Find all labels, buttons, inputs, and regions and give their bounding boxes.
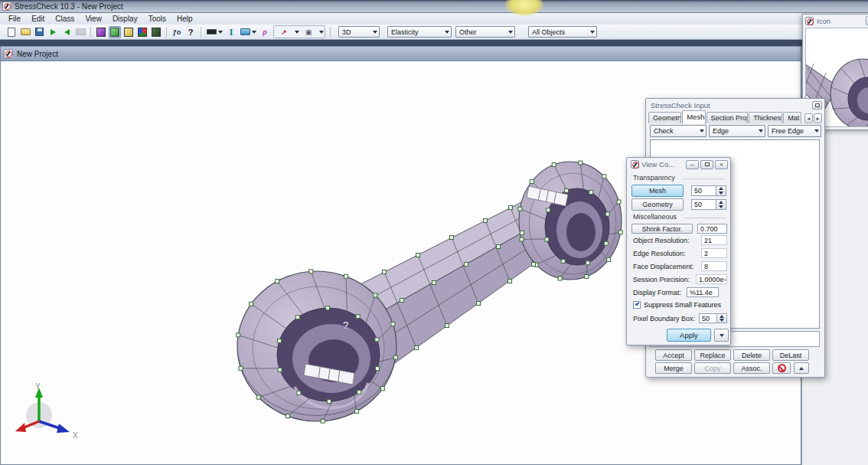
geometry-transparency-button[interactable]: Geometry xyxy=(631,198,684,211)
save-icon[interactable] xyxy=(33,26,45,38)
app-window: StressCheck 10.3 - New Project File Edit… xyxy=(0,0,868,465)
color-swatch-icon[interactable] xyxy=(205,26,224,38)
layers-folder-icon[interactable] xyxy=(239,26,257,38)
chevron-down-icon xyxy=(445,31,449,34)
pixel-boundary-spinner[interactable] xyxy=(717,313,727,323)
collapse-button[interactable] xyxy=(794,362,809,374)
geometry-transparency-field[interactable] xyxy=(691,199,716,210)
dimension-select[interactable]: 3D xyxy=(338,26,380,38)
chevron-down-icon xyxy=(700,129,704,133)
dropdown-arrow-icon[interactable] xyxy=(319,31,324,34)
face-displacement-field[interactable] xyxy=(701,261,727,271)
main-titlebar[interactable]: StressCheck 10.3 - New Project xyxy=(0,0,868,13)
restore-icon[interactable] xyxy=(700,160,713,169)
apply-options-button[interactable] xyxy=(714,329,729,342)
replace-button[interactable]: Replace xyxy=(694,349,731,361)
session-precision-field[interactable] xyxy=(696,274,727,284)
export-icon[interactable] xyxy=(60,26,73,38)
formula-book-icon[interactable]: ƒο xyxy=(171,26,183,38)
tab-section-prop[interactable]: Section Prop. xyxy=(706,112,749,123)
menu-item-help[interactable]: Help xyxy=(171,14,198,24)
tab-mesh[interactable]: Mesh xyxy=(682,110,705,124)
view-dialog-titlebar[interactable]: View Co... – × xyxy=(627,158,730,170)
analysis-type-select[interactable]: Elasticity xyxy=(387,26,452,38)
chevron-down-icon xyxy=(373,31,377,34)
shrink-factor-field[interactable] xyxy=(697,224,727,234)
tab-material[interactable]: Mat xyxy=(783,112,801,123)
edge-resolution-label: Edge Resolution: xyxy=(633,250,686,257)
import-icon[interactable] xyxy=(47,26,59,38)
menu-item-class[interactable]: Class xyxy=(50,14,80,24)
apply-button[interactable]: Apply xyxy=(667,329,711,342)
close-icon[interactable]: × xyxy=(715,160,728,169)
results-pie-icon[interactable] xyxy=(136,26,148,38)
menu-item-display[interactable]: Display xyxy=(107,14,143,24)
toolbar-separator xyxy=(330,27,331,38)
project-window-titlebar[interactable]: New Project xyxy=(1,47,801,61)
geometry-transparency-spinner[interactable] xyxy=(716,199,726,210)
pixel-boundary-field[interactable] xyxy=(699,313,717,323)
no-symbol-icon xyxy=(778,364,786,372)
chevron-down-icon xyxy=(590,31,595,34)
mesh-transparency-field[interactable] xyxy=(691,185,716,196)
menu-item-view[interactable]: View xyxy=(80,14,107,24)
group-divider xyxy=(682,178,726,179)
mesh-entity-select[interactable]: Edge xyxy=(709,125,765,137)
tab-geometry[interactable]: Geometry xyxy=(648,112,681,123)
open-folder-icon[interactable] xyxy=(19,26,31,38)
tab-thickness[interactable]: Thickness xyxy=(749,112,782,123)
mesh-cube-icon[interactable] xyxy=(109,26,121,38)
ibeam-icon[interactable]: I xyxy=(225,26,237,38)
dock-icon[interactable] xyxy=(812,101,822,110)
snapshot-tool-icon[interactable]: ▣ xyxy=(300,26,317,38)
tab-scroll-right-icon[interactable]: ▸ xyxy=(814,113,822,123)
view-dialog-title: View Co... xyxy=(641,160,684,169)
delast-button[interactable]: DeLast xyxy=(772,349,809,361)
mesh-action-select[interactable]: Check xyxy=(650,125,706,137)
delete-button[interactable]: Delete xyxy=(733,349,770,361)
display-format-label: Display Format: xyxy=(633,289,681,296)
toolbar-separator xyxy=(166,27,167,38)
edge-resolution-field[interactable] xyxy=(701,248,727,258)
icon-window-titlebar[interactable]: Icon – xyxy=(803,15,868,27)
geometry-box-icon[interactable] xyxy=(122,26,135,38)
mesh-filter-select[interactable]: Free Edge xyxy=(768,125,821,137)
icon-window-title: Icon xyxy=(817,17,864,25)
reference-select[interactable]: Other xyxy=(455,26,515,38)
prohibit-button[interactable] xyxy=(772,362,791,374)
merge-button[interactable]: Merge xyxy=(655,362,692,374)
shrink-factor-button[interactable]: Shrink Factor. xyxy=(631,224,693,234)
dropdown-arrow-icon[interactable] xyxy=(295,31,299,34)
minimize-icon[interactable]: – xyxy=(686,160,699,169)
input-dialog-tabs: Geometry Mesh Section Prop. Thickness Ma… xyxy=(648,111,822,123)
help-icon[interactable]: ? xyxy=(184,26,197,38)
group-divider xyxy=(684,218,726,218)
solid-object-icon[interactable] xyxy=(150,26,162,38)
axes-tool-icon[interactable]: ↗ xyxy=(276,26,292,38)
object-resolution-field[interactable] xyxy=(701,235,727,245)
suppress-small-features-checkbox[interactable] xyxy=(633,301,641,309)
chevron-down-icon xyxy=(720,334,724,337)
toolbar-separator xyxy=(90,27,91,38)
menu-item-edit[interactable]: Edit xyxy=(26,14,50,24)
material-cube-icon[interactable] xyxy=(95,26,107,38)
axis-triad[interactable]: Y X xyxy=(15,382,78,440)
input-dialog-titlebar[interactable]: StressCheck Input xyxy=(646,99,824,111)
accept-button[interactable]: Accept xyxy=(655,349,692,361)
object-filter-select[interactable]: All Objects xyxy=(528,26,597,38)
new-file-icon[interactable] xyxy=(5,26,18,38)
toolbar: ƒο ? I p ↗ ▣ 3D Elasticity Other All Obj… xyxy=(0,25,868,40)
points-icon[interactable]: p xyxy=(259,26,271,38)
display-format-field[interactable] xyxy=(687,287,719,297)
tab-scroll-left-icon[interactable]: ◂ xyxy=(804,113,813,123)
mesh-transparency-button[interactable]: Mesh xyxy=(631,185,684,197)
toolbar-separator xyxy=(201,27,201,38)
model-right-ring xyxy=(519,162,622,280)
misc-group-label: Miscellaneous xyxy=(633,213,677,221)
assoc-button[interactable]: Assoc. xyxy=(733,362,770,374)
menu-item-file[interactable]: File xyxy=(3,14,26,24)
menu-item-tools[interactable]: Tools xyxy=(143,14,171,24)
mesh-transparency-spinner[interactable] xyxy=(716,185,726,196)
y-axis-label: Y xyxy=(35,382,41,391)
print-icon xyxy=(74,26,86,38)
